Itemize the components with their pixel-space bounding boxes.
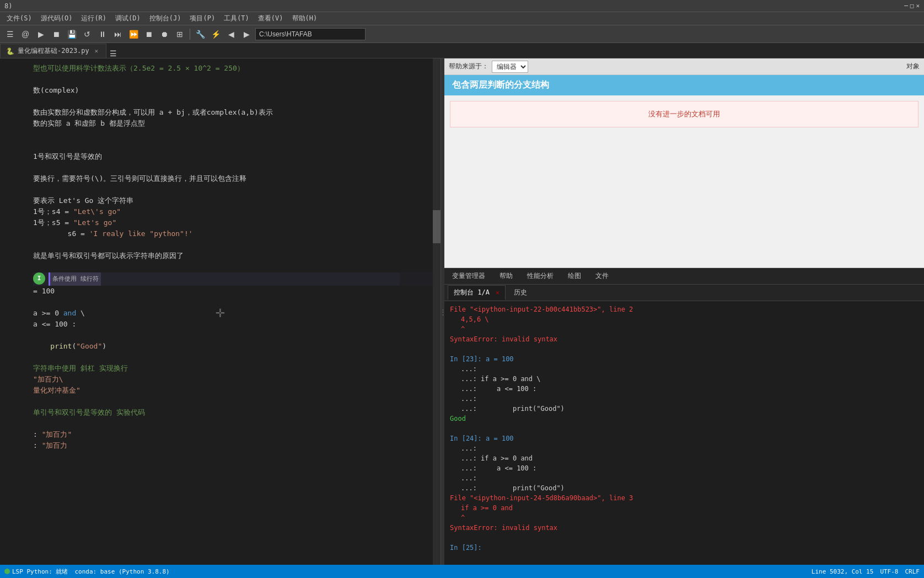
console-history-label: 历史: [514, 288, 527, 296]
menu-run[interactable]: 运行(R): [77, 13, 111, 24]
toolbar-expand-btn[interactable]: ⊞: [173, 28, 186, 41]
code-line: 字符串中使用 斜杠 实现换行: [33, 363, 128, 374]
toolbar-run-btn[interactable]: ▶: [34, 28, 47, 41]
title-bar-controls: ─ □ ✕: [904, 2, 920, 9]
tab-menu-btn[interactable]: ☰: [106, 49, 120, 58]
editor-content[interactable]: 型也可以使用科学计数法表示（2.5e2 = 2.5 × 10^2 = 250） …: [0, 58, 440, 565]
toolbar: ☰ @ ▶ ⏹ 💾 ↺ ⏸ ⏭ ⏩ ⏹ ⏺ ⊞ 🔧 ⚡ ◀ ▶: [0, 25, 924, 43]
editor-line: 1号和双引号是等效的: [33, 151, 436, 162]
menu-help[interactable]: 帮助(H): [288, 13, 322, 24]
help-source-selector[interactable]: 编辑器: [492, 61, 528, 73]
toolbar-reload-btn[interactable]: ↺: [80, 28, 94, 41]
menu-file[interactable]: 文件(S): [2, 13, 36, 24]
toolbar-next-btn[interactable]: ⏭: [111, 28, 125, 41]
toolbar-save-btn[interactable]: 💾: [65, 28, 78, 41]
toolbar-new-btn[interactable]: ☰: [3, 28, 17, 41]
editor-line: s6 = 'I realy like "python"!': [33, 228, 436, 239]
console-line: ...: if a >= 0 and: [450, 453, 918, 463]
code-line: 就是单引号和双引号都可以表示字符串的原因了: [33, 250, 184, 261]
toolbar-continue-btn[interactable]: ⏩: [127, 28, 140, 41]
close-icon[interactable]: ✕: [916, 2, 920, 9]
console-tab-main[interactable]: 控制台 1/A ✕: [448, 285, 506, 300]
toolbar-forward-btn[interactable]: ▶: [240, 28, 253, 41]
minimap: [400, 58, 433, 565]
menu-debug[interactable]: 调试(D): [111, 13, 145, 24]
editor-line: a <= 100 :: [33, 319, 436, 330]
console-tab-close[interactable]: ✕: [496, 289, 499, 296]
tab-close-btn[interactable]: ✕: [93, 47, 100, 55]
editor-line: : "加百力": [33, 429, 436, 440]
code-line: 1号和双引号是等效的: [33, 151, 102, 162]
cell-cursor-indicator: I: [33, 272, 45, 285]
console-line: ...:: [450, 443, 918, 453]
menu-edit[interactable]: 源代码(O): [36, 13, 77, 24]
console-tab-label: 控制台 1/A: [454, 288, 490, 296]
var-manager-btn[interactable]: 变量管理器: [447, 270, 491, 282]
code-line: : "加百力: [33, 440, 67, 451]
menu-tools[interactable]: 工具(T): [219, 13, 254, 24]
console-line: ...:: [450, 473, 918, 483]
code-line: "加百力\: [33, 374, 63, 385]
status-lsp: LSP Python: 就绪: [4, 568, 68, 576]
status-right: Line 5032, Col 15 UTF-8 CRLF: [812, 568, 920, 575]
help-toolbar: 帮助来源于： 编辑器 对象: [444, 58, 924, 75]
code-line: = 100: [33, 286, 55, 297]
editor-tab[interactable]: 🐍 量化编程基础-2023.py ✕: [0, 44, 106, 58]
help-panel: 帮助来源于： 编辑器 对象 包含两层判断的分支结构 没有进一步的文档可用: [444, 58, 924, 268]
editor-cell-line: I 条件使用 续行符: [33, 272, 436, 286]
toolbar-path-input[interactable]: [255, 28, 366, 40]
editor-panel: 型也可以使用科学计数法表示（2.5e2 = 2.5 × 10^2 = 250） …: [0, 58, 441, 565]
console-line: ^: [450, 324, 918, 334]
file-btn[interactable]: 文件: [590, 270, 614, 282]
console-content[interactable]: File "<ipython-input-22-b00c441bb523>", …: [444, 301, 924, 565]
editor-line: [33, 261, 436, 272]
console-line: ^: [450, 513, 918, 523]
console-line: ...: a <= 100 :: [450, 384, 918, 394]
toolbar-lightning-btn[interactable]: ⚡: [209, 28, 222, 41]
help-btn[interactable]: 帮助: [494, 270, 518, 282]
console-line: 4,5,6 \: [450, 314, 918, 324]
maximize-icon[interactable]: □: [910, 2, 914, 9]
console-line: File "<ipython-input-24-5d8b6a90baad>", …: [450, 493, 918, 503]
profiler-btn[interactable]: 性能分析: [522, 270, 559, 282]
code-line: 型也可以使用科学计数法表示（2.5e2 = 2.5 × 10^2 = 250）: [33, 63, 244, 74]
plot-btn[interactable]: 绘图: [562, 270, 587, 282]
editor-scroll-thumb[interactable]: [433, 210, 440, 243]
tab-file-icon: 🐍: [6, 47, 14, 55]
toolbar-step-btn[interactable]: ⏸: [96, 28, 109, 41]
toolbar-square-btn[interactable]: ⏹: [142, 28, 155, 41]
code-line: 数(complex): [33, 85, 79, 96]
editor-line: [33, 184, 436, 195]
status-line-col: Line 5032, Col 15: [812, 568, 874, 575]
editor-line: 要表示 Let's Go 这个字符串: [33, 195, 436, 206]
console-tab-history[interactable]: 历史: [508, 285, 533, 300]
toolbar-back-btn[interactable]: ◀: [224, 28, 238, 41]
code-line: : "加百力": [33, 429, 72, 440]
toolbar-stop-btn[interactable]: ⏹: [50, 28, 63, 41]
menu-project[interactable]: 项目(P): [185, 13, 219, 24]
console-line: File "<ipython-input-22-b00c441bb523>", …: [450, 304, 918, 314]
menu-view[interactable]: 查看(V): [254, 13, 288, 24]
editor-line: [33, 140, 436, 151]
console-line: ...: print("Good"): [450, 483, 918, 493]
status-eol: CRLF: [905, 568, 920, 575]
toolbar-rec-btn[interactable]: ⏺: [158, 28, 171, 41]
title-bar-text: 8): [4, 2, 904, 10]
console-line: ...: print("Good"): [450, 404, 918, 414]
editor-scrollbar[interactable]: [433, 58, 440, 565]
toolbar-wrench-btn[interactable]: 🔧: [194, 28, 207, 41]
minimize-icon[interactable]: ─: [904, 2, 908, 9]
code-line: 量化对冲基金": [33, 385, 80, 396]
console-blank: [450, 424, 918, 434]
toolbar-open-btn[interactable]: @: [19, 28, 32, 41]
tab-bar: 🐍 量化编程基础-2023.py ✕ ☰: [0, 43, 924, 58]
menu-console[interactable]: 控制台(J): [145, 13, 186, 24]
right-panel-toolbar: 变量管理器 帮助 性能分析 绘图 文件: [444, 268, 924, 285]
main-layout: 型也可以使用科学计数法表示（2.5e2 = 2.5 × 10^2 = 250） …: [0, 58, 924, 565]
code-line: 要表示 Let's Go 这个字符串: [33, 195, 133, 206]
help-no-doc: 没有进一步的文档可用: [450, 101, 918, 127]
console-line: In [24]: a = 100: [450, 434, 918, 443]
console-line: ...:: [450, 364, 918, 374]
code-line: a >= 0 and \: [33, 308, 85, 319]
menu-bar: 文件(S) 源代码(O) 运行(R) 调试(D) 控制台(J) 项目(P) 工具…: [0, 12, 924, 25]
